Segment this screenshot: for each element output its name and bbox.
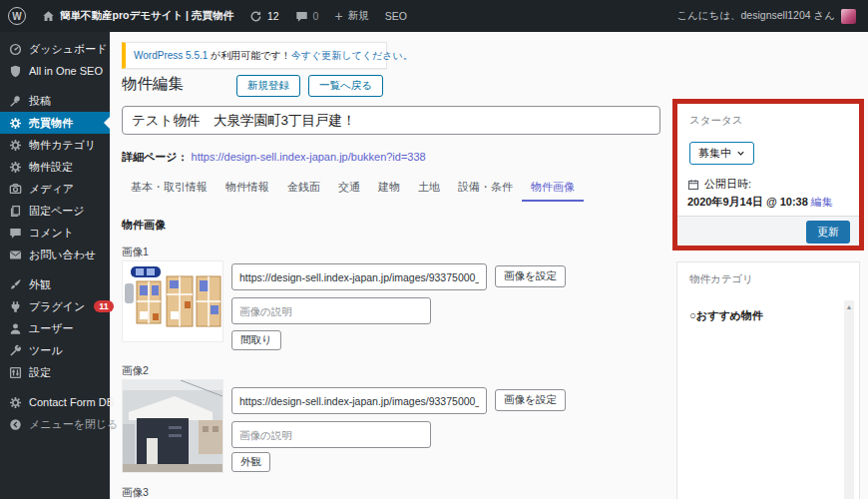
post-title-input[interactable] [122,106,660,135]
status-panel: スタータス 募集中 公開日時: 2020年9月14日 @ 10:38 編集 更新 [677,104,859,246]
seo-menu-button[interactable]: SEO [377,0,415,32]
publish-row: 公開日時: [687,177,859,192]
sidebar-item-label: プラグイン [29,299,85,314]
image2-url-input[interactable] [231,387,487,414]
sidebar-item-label: お問い合わせ [29,248,96,262]
red-annotation-box: スタータス 募集中 公開日時: 2020年9月14日 @ 10:38 編集 更新 [672,99,864,250]
status-panel-footer: 更新 [677,216,859,246]
sidebar-item-label: 物件カテゴリ [29,138,96,153]
image2-description-input[interactable] [231,421,431,448]
gear-icon [9,117,22,130]
tab-building[interactable]: 建物 [369,175,409,202]
gear-icon [9,139,22,152]
sidebar-item-media[interactable]: メディア [0,178,110,200]
sidebar-item-label: 物件設定 [29,160,73,175]
wordpress-menu[interactable]: W [0,0,34,32]
gear-icon [9,161,22,174]
sidebar-item-plugins[interactable]: プラグイン 11 [0,295,110,317]
back-to-list-button[interactable]: 一覧へ戻る [308,75,383,97]
sidebar-item-pages[interactable]: 固定ページ [0,200,110,222]
sidebar-item-collapse-menu[interactable]: メニューを閉じる [0,413,110,435]
content-area: WordPress 5.5.1 が利用可能です！今すぐ更新してください。 物件編… [110,32,868,499]
greeting-text: こんにちは、designsell1204 さん [676,9,835,23]
wordpress-version-link[interactable]: WordPress 5.5.1 [134,50,208,61]
image2-label: 画像2 [122,364,149,378]
wrench-icon [9,344,22,357]
media-icon [9,183,22,196]
sidebar-item-users[interactable]: ユーザー [0,317,110,339]
envelope-icon [9,249,22,261]
tab-land[interactable]: 土地 [409,175,449,202]
wordpress-logo-icon: W [8,7,26,25]
sidebar-item-label: ユーザー [29,321,74,336]
sidebar-item-property-settings[interactable]: 物件設定 [0,156,110,178]
sidebar-item-comments[interactable]: コメント [0,222,110,244]
sidebar-item-label: ダッシュボード [29,42,108,57]
status-dropdown[interactable]: 募集中 [689,142,754,165]
sidebar-item-posts[interactable]: 投稿 [0,90,110,112]
sidebar-item-label: 売買物件 [29,116,73,131]
category-panel: 物件カテゴリ ○おすすめ物件 ▲ [676,261,860,499]
update-now-link[interactable]: 今すぐ更新してください。 [291,50,413,61]
image1-tag-button[interactable]: 間取り [231,330,281,350]
admin-bar: W 簡単不動産proデモサイト | 売買物件 12 0 + 新規 SEO こんに… [0,0,868,32]
image1-set-button[interactable]: 画像を設定 [495,265,566,287]
comment-count: 0 [313,10,319,22]
image1-url-input[interactable] [231,263,487,290]
detail-page-link[interactable]: https://design-sell.index-japan.jp/bukke… [192,151,426,163]
sidebar-item-appearance[interactable]: 外観 [0,273,110,295]
tab-property-images[interactable]: 物件画像 [522,175,584,202]
sidebar-item-contact-form-db[interactable]: Contact Form DB [0,391,110,413]
images-section-heading: 物件画像 [122,218,166,233]
sidebar-item-label: メディア [29,182,74,197]
edit-date-link[interactable]: 編集 [811,196,833,208]
brush-icon [9,278,22,291]
update-icon [249,10,262,23]
status-panel-title: スタータス [677,104,859,128]
sidebar-item-properties-current[interactable]: 売買物件 [0,112,110,134]
plugin-icon [9,300,22,313]
image1-label: 画像1 [122,246,149,259]
category-item-recommended[interactable]: ○おすすめ物件 [677,300,859,331]
shield-icon [9,65,22,78]
image2-set-button[interactable]: 画像を設定 [495,389,566,411]
notice-text: が利用可能です！ [208,50,290,61]
chevron-down-icon [736,149,745,158]
sidebar-item-property-category[interactable]: 物件カテゴリ [0,134,110,156]
admin-sidebar: ダッシュボード All in One SEO 投稿 売買物件 物件カテゴリ 物件… [0,32,110,499]
tab-financial[interactable]: 金銭面 [278,175,329,202]
update-button[interactable]: 更新 [806,221,850,244]
update-count: 12 [267,10,279,22]
comments-button[interactable]: 0 [287,0,327,32]
pages-icon [9,205,22,218]
avatar [841,9,856,24]
sidebar-item-label: Contact Form DB [29,396,114,408]
updates-button[interactable]: 12 [241,0,287,32]
plus-icon: + [334,9,342,23]
sidebar-item-label: 投稿 [29,94,51,109]
gear-icon [9,396,22,409]
sidebar-item-all-in-one-seo[interactable]: All in One SEO [0,60,110,82]
new-entry-button[interactable]: 新規登録 [236,75,300,97]
tab-basic-info[interactable]: 基本・取引情報 [122,175,217,202]
menu-separator [0,383,110,391]
image2-tag-button[interactable]: 外観 [231,452,270,472]
sidebar-item-label: 固定ページ [29,204,85,219]
tab-property-info[interactable]: 物件情報 [217,175,278,202]
sidebar-item-contact[interactable]: お問い合わせ [0,244,110,265]
sidebar-item-tools[interactable]: ツール [0,339,110,361]
tab-transport[interactable]: 交通 [329,175,369,202]
sidebar-item-label: 外観 [29,277,51,292]
menu-separator [0,82,110,90]
tab-facilities[interactable]: 設備・条件 [449,175,522,202]
account-menu[interactable]: こんにちは、designsell1204 さん [676,9,868,24]
category-scrollbar[interactable]: ▲ [844,300,854,499]
image3-label: 画像3 [122,486,149,499]
site-link[interactable]: 簡単不動産proデモサイト | 売買物件 [34,0,241,32]
sidebar-item-settings[interactable]: 設定 [0,361,110,383]
new-content-button[interactable]: + 新規 [326,0,376,32]
image1-description-input[interactable] [231,297,431,324]
new-content-label: 新規 [348,9,369,23]
scroll-up-arrow-icon[interactable]: ▲ [844,300,854,310]
sidebar-item-dashboard[interactable]: ダッシュボード [0,38,110,60]
